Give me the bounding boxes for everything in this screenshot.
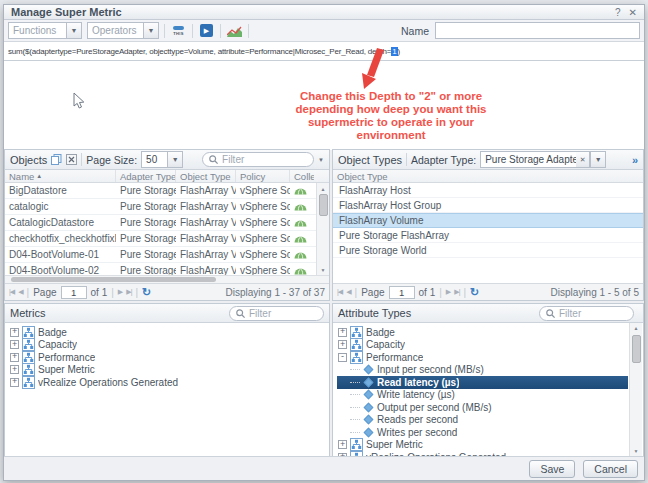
scroll-down-icon[interactable]: ▼ — [321, 264, 326, 275]
object-row[interactable]: catalogic Pure Storage... FlashArray V..… — [5, 199, 329, 215]
next-page-icon[interactable]: ▶ — [118, 288, 122, 296]
first-page-icon[interactable]: |◀ — [337, 288, 342, 296]
scroll-up-icon[interactable]: ▲ — [634, 323, 639, 333]
expand-toggle-icon[interactable] — [338, 328, 347, 337]
page-size-dropdown[interactable]: 50 ▼ — [141, 151, 183, 168]
copy-icon[interactable] — [51, 154, 62, 165]
toolbar-divider — [220, 24, 221, 38]
tree-label: Reads per second — [377, 414, 458, 425]
object-row[interactable]: D04-BootVolume-01 Pure Storage... FlashA… — [5, 247, 329, 263]
name-field-group: Name — [401, 22, 640, 39]
object-type-row[interactable]: FlashArray Host Group — [333, 198, 643, 213]
chevron-down-icon[interactable]: ▼ — [167, 151, 183, 168]
depth-annotation-text: Change this Depth to "2" or more dependi… — [283, 90, 499, 142]
tree-label: Write latency (µs) — [377, 389, 455, 400]
attribute-tree-row[interactable]: Badge — [337, 326, 628, 339]
attribute-tree-row[interactable]: Read latency (µs) — [337, 376, 628, 389]
this-metric-icon[interactable]: THIS — [170, 22, 187, 39]
object-policy: vSphere Solu... — [236, 185, 290, 196]
last-page-icon[interactable]: ▶| — [454, 288, 459, 296]
scrollbar-thumb[interactable] — [11, 277, 216, 282]
horizontal-scrollbar[interactable] — [5, 275, 329, 283]
functions-dropdown[interactable]: Functions ▼ — [8, 22, 82, 39]
attribute-tree-row[interactable]: Input per second (MB/s) — [337, 364, 628, 377]
first-page-icon[interactable]: |◀ — [9, 288, 14, 296]
chevron-down-icon[interactable]: ▼ — [590, 151, 606, 168]
preview-metric-icon[interactable]: ▶ — [198, 22, 215, 39]
next-page-icon[interactable]: ▶ — [446, 288, 450, 296]
object-type-row[interactable]: FlashArray Host — [333, 183, 643, 198]
save-button[interactable]: Save — [529, 460, 575, 478]
clear-filter-icon[interactable]: ✕ — [576, 151, 590, 168]
object-row[interactable]: CatalogicDatastore Pure Storage... Flash… — [5, 215, 329, 231]
column-header-collect[interactable]: Collect — [290, 170, 314, 182]
object-row[interactable]: D04-BootVolume-02 Pure Storage FlashArra… — [5, 263, 329, 275]
object-type-row[interactable]: Pure Storage World — [333, 243, 643, 258]
functions-value: Functions — [8, 22, 66, 39]
column-header-policy[interactable]: Policy — [236, 170, 290, 182]
page-number-input[interactable] — [389, 286, 415, 299]
cancel-button[interactable]: Cancel — [583, 460, 638, 478]
metric-group-row[interactable]: vRealize Operations Generated — [9, 376, 329, 389]
object-type-row[interactable]: FlashArray Volume — [333, 213, 643, 228]
clear-selection-icon[interactable] — [66, 154, 77, 165]
operators-dropdown[interactable]: Operators ▼ — [87, 22, 159, 39]
visualize-metric-icon[interactable] — [226, 22, 243, 39]
metric-group-row[interactable]: Capacity — [9, 339, 329, 352]
refresh-icon[interactable]: ↻ — [142, 286, 151, 299]
attribute-tree-row[interactable]: Output per second (MB/s) — [337, 401, 628, 414]
refresh-icon[interactable]: ↻ — [470, 286, 479, 299]
expand-toggle-icon[interactable] — [338, 340, 347, 349]
chevron-down-icon[interactable]: ▼ — [143, 22, 159, 39]
attribute-tree-row[interactable]: Reads per second — [337, 414, 628, 427]
formula-workspace[interactable]: Change this Depth to "2" or more dependi… — [4, 61, 644, 150]
attribute-tree-row[interactable]: Capacity — [337, 339, 628, 352]
prev-page-icon[interactable]: ◀ — [346, 288, 350, 296]
column-header-name[interactable]: Name▲ — [5, 170, 116, 182]
column-header-adapter-type[interactable]: Adapter Type▼ — [116, 170, 176, 182]
metrics-filter-input[interactable]: Filter — [229, 306, 324, 321]
object-types-header: Object Types Adapter Type: Pure Storage … — [333, 150, 643, 170]
close-icon[interactable]: ✕ — [629, 7, 637, 18]
prev-page-icon[interactable]: ◀ — [18, 288, 22, 296]
expand-toggle-icon[interactable] — [10, 353, 19, 362]
adapter-type-dropdown[interactable]: Pure Storage Adapter ✕ ▼ — [480, 151, 606, 168]
expand-toggle-icon[interactable] — [338, 440, 347, 449]
vertical-scrollbar[interactable]: ▲ ▼ — [629, 323, 642, 456]
metric-group-row[interactable]: Badge — [9, 326, 329, 339]
expand-panel-icon[interactable]: » — [632, 154, 638, 166]
column-header-object-type[interactable]: Object Type — [333, 170, 643, 182]
formula-input[interactable]: sum($(adaptertype=PureStorageAdapter, ob… — [4, 42, 644, 61]
column-header-object-type[interactable]: Object Type — [176, 170, 236, 182]
attribute-tree-row[interactable]: Write latency (µs) — [337, 389, 628, 402]
name-input[interactable] — [435, 22, 640, 39]
objects-filter-input[interactable]: Filter — [202, 152, 314, 167]
expand-toggle-icon[interactable] — [338, 353, 347, 362]
chevron-down-icon[interactable]: ▼ — [318, 157, 324, 163]
scrollbar-thumb[interactable] — [319, 194, 328, 216]
attribute-tree-row[interactable]: Super Metric — [337, 439, 628, 452]
attribute-types-filter-input[interactable]: Filter — [539, 306, 634, 321]
metric-group-row[interactable]: Super Metric — [9, 364, 329, 377]
scroll-down-icon[interactable]: ▼ — [634, 446, 639, 456]
attribute-tree-row[interactable]: Performance — [337, 351, 628, 364]
attribute-tree-row[interactable]: Writes per second — [337, 426, 628, 439]
object-type-row[interactable]: Pure Storage FlashArray — [333, 228, 643, 243]
chevron-down-icon[interactable]: ▼ — [66, 22, 82, 39]
expand-toggle-icon[interactable] — [10, 378, 19, 387]
expand-toggle-icon[interactable] — [10, 340, 19, 349]
expand-toggle-icon[interactable] — [10, 328, 19, 337]
vertical-scrollbar[interactable]: ▲ ▼ — [316, 183, 329, 275]
adapter-type-label: Adapter Type: — [411, 154, 476, 166]
metric-group-row[interactable]: Performance — [9, 351, 329, 364]
expand-toggle-icon[interactable] — [10, 365, 19, 374]
metric-group-icon — [22, 363, 35, 376]
help-icon[interactable]: ? — [615, 7, 621, 18]
scroll-up-icon[interactable]: ▲ — [321, 183, 326, 194]
last-page-icon[interactable]: ▶| — [126, 288, 131, 296]
attribute-types-title: Attribute Types — [338, 307, 411, 319]
object-row[interactable]: BigDatastore Pure Storage... FlashArray … — [5, 183, 329, 199]
object-row[interactable]: checkhotfix_checkhotfixP1_... Pure Stora… — [5, 231, 329, 247]
page-number-input[interactable] — [61, 286, 87, 299]
scrollbar-thumb[interactable] — [632, 335, 641, 363]
